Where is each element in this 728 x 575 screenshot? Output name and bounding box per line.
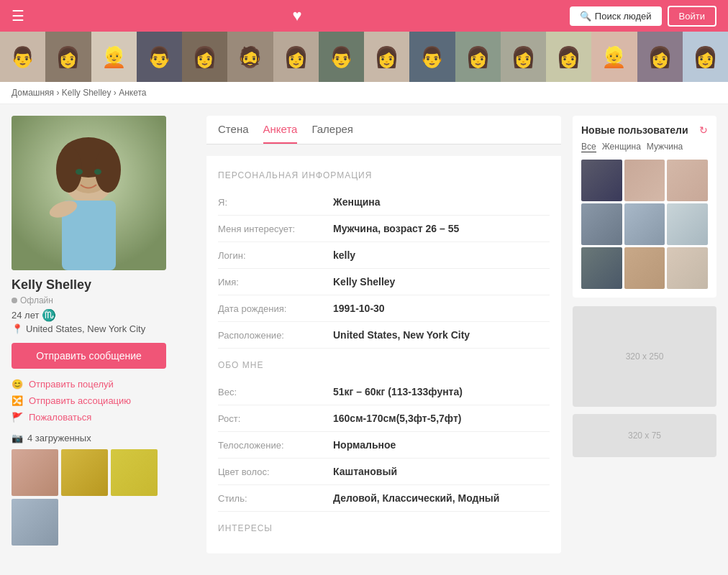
send-association-link[interactable]: 🔀 Отправить ассоциацию <box>12 395 195 406</box>
breadcrumb-user[interactable]: Kelly Shelley <box>62 88 112 98</box>
zodiac-symbol: ♏ <box>42 308 56 322</box>
strip-photo-13[interactable]: 👩 <box>546 32 591 82</box>
info-row-location: Расположение: United States, New York Ci… <box>218 322 550 349</box>
filter-female-link[interactable]: Женщина <box>602 142 641 152</box>
info-row-login: Логин: kelly <box>218 242 550 269</box>
interests-divider: ИНТЕРЕСЫ <box>218 523 550 533</box>
strip-photo-7[interactable]: 👩 <box>273 32 319 82</box>
filter-all-link[interactable]: Все <box>581 142 596 152</box>
filter-male-link[interactable]: Мужчина <box>647 142 683 152</box>
ad-banner-small: 320 x 75 <box>573 414 716 457</box>
photos-grid <box>12 449 195 546</box>
profile-age: 24 лет ♏ <box>12 308 195 322</box>
kiss-icon: 😊 <box>12 379 23 390</box>
birthday-label: Дата рождения: <box>218 303 333 314</box>
strip-photo-11[interactable]: 👩 <box>455 32 501 82</box>
login-label: Логин: <box>218 250 333 261</box>
search-people-button[interactable]: 🔍 Поиск людей <box>570 6 662 26</box>
new-users-header: Новые пользователи ↻ <box>581 124 708 136</box>
new-user-1[interactable] <box>581 160 622 201</box>
name-value: Kelly Shelley <box>333 276 395 288</box>
tab-profile[interactable]: Анкета <box>263 123 298 144</box>
new-user-8[interactable] <box>624 247 665 289</box>
user-photo-2[interactable] <box>61 449 108 496</box>
new-user-9[interactable] <box>667 247 708 289</box>
photos-section: 📷 4 загруженных <box>12 433 195 546</box>
new-user-6[interactable] <box>667 203 708 245</box>
strip-photo-8[interactable]: 👨 <box>319 32 364 82</box>
birthday-value: 1991-10-30 <box>333 303 385 314</box>
flag-icon: 🚩 <box>12 412 23 423</box>
new-user-7[interactable] <box>581 247 622 289</box>
new-user-4[interactable] <box>581 203 622 245</box>
svg-point-7 <box>94 169 101 175</box>
info-row-build: Телосложение: Нормальное <box>218 432 550 459</box>
info-row-name: Имя: Kelly Shelley <box>218 269 550 295</box>
tab-wall[interactable]: Стена <box>218 123 249 144</box>
login-button[interactable]: Войти <box>668 6 716 27</box>
main-container: Kelly Shelley Офлайн 24 лет ♏ 📍 United S… <box>0 104 728 565</box>
breadcrumb-home[interactable]: Домашняя <box>12 88 54 98</box>
association-icon: 🔀 <box>12 395 23 406</box>
action-links: 😊 Отправить поцелуй 🔀 Отправить ассоциац… <box>12 379 195 423</box>
new-user-5[interactable] <box>624 203 665 245</box>
camera-icon: 📷 <box>12 433 23 443</box>
info-row-interest: Меня интересует: Мужчина, возраст 26 – 5… <box>218 216 550 242</box>
strip-photo-4[interactable]: 👨 <box>137 32 182 82</box>
strip-photo-15[interactable]: 👩 <box>637 32 683 82</box>
filter-links: Все Женщина Мужчина <box>581 142 708 152</box>
info-row-gender: Я: Женщина <box>218 189 550 216</box>
gender-value: Женщина <box>333 196 381 208</box>
age-text: 24 лет <box>12 310 39 321</box>
breadcrumb-sep1: › <box>56 88 61 98</box>
weight-value: 51кг – 60кг (113-133фунта) <box>333 386 463 397</box>
info-row-birthday: Дата рождения: 1991-10-30 <box>218 295 550 322</box>
strip-photo-14[interactable]: 👱 <box>591 32 637 82</box>
new-users-grid <box>581 160 708 289</box>
strip-photo-16[interactable]: 👩 <box>683 32 728 82</box>
info-row-weight: Вес: 51кг – 60кг (113-133фунта) <box>218 379 550 405</box>
kiss-label: Отправить поцелуй <box>29 379 114 390</box>
style-label: Стиль: <box>218 493 333 504</box>
user-photo-3[interactable] <box>111 449 158 496</box>
hair-label: Цвет волос: <box>218 466 333 477</box>
strip-photo-5[interactable]: 👩 <box>182 32 227 82</box>
personal-info-title: ПЕРСОНАЛЬНАЯ ИНФОРМАЦИЯ <box>218 170 550 180</box>
report-link[interactable]: 🚩 Пожаловаться <box>12 412 195 423</box>
menu-icon[interactable]: ☰ <box>12 7 24 24</box>
search-button-label: Поиск людей <box>595 11 652 22</box>
offline-indicator <box>12 298 17 303</box>
svg-point-6 <box>76 169 83 175</box>
refresh-icon[interactable]: ↻ <box>699 124 708 136</box>
hair-value: Каштановый <box>333 466 397 477</box>
send-message-button[interactable]: Отправить сообщение <box>12 343 166 369</box>
info-row-height: Рост: 160см-170см(5,3фт-5,7фт) <box>218 405 550 432</box>
build-value: Нормальное <box>333 439 396 451</box>
send-kiss-link[interactable]: 😊 Отправить поцелуй <box>12 379 195 390</box>
center-content: Стена Анкета Галерея ПЕРСОНАЛЬНАЯ ИНФОРМ… <box>206 116 561 553</box>
strip-photo-10[interactable]: 👨 <box>409 32 455 82</box>
profile-name: Kelly Shelley <box>12 277 195 293</box>
location-pin-icon: 📍 <box>12 323 23 334</box>
strip-photo-1[interactable]: 👨 <box>0 32 45 82</box>
ad-banner-large: 320 x 250 <box>573 306 716 407</box>
new-user-3[interactable] <box>667 160 708 201</box>
strip-photo-9[interactable]: 👩 <box>364 32 409 82</box>
strip-photo-12[interactable]: 👩 <box>501 32 546 82</box>
profile-photo[interactable] <box>12 116 166 270</box>
location-label: Расположение: <box>218 330 333 341</box>
strip-photo-6[interactable]: 🧔 <box>227 32 273 82</box>
strip-photo-3[interactable]: 👱 <box>91 32 137 82</box>
user-photo-1[interactable] <box>12 449 58 496</box>
interest-value: Мужчина, возраст 26 – 55 <box>333 223 459 234</box>
user-photo-4[interactable] <box>12 499 58 546</box>
profile-tabs-container: Стена Анкета Галерея <box>206 116 561 144</box>
photos-count: 4 загруженных <box>27 433 91 443</box>
profile-tabs: Стена Анкета Галерея <box>206 116 561 144</box>
tab-gallery[interactable]: Галерея <box>311 123 353 144</box>
new-user-2[interactable] <box>624 160 665 201</box>
strip-photo-2[interactable]: 👩 <box>45 32 91 82</box>
header-actions: 🔍 Поиск людей Войти <box>570 6 716 27</box>
report-label: Пожаловаться <box>29 412 91 423</box>
header: ☰ ♥ 🔍 Поиск людей Войти <box>0 0 728 32</box>
